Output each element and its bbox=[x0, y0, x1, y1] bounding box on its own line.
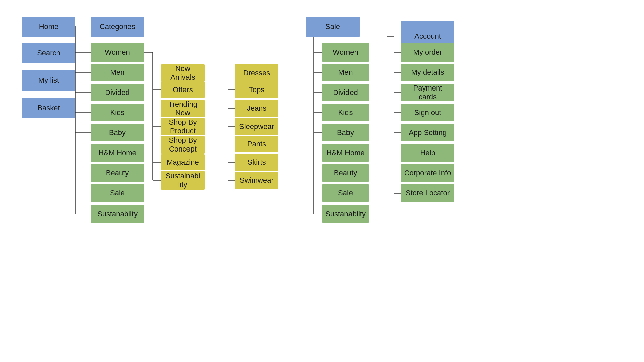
sub2-skirts[interactable]: Skirts bbox=[235, 154, 278, 171]
sub-shop-by-product[interactable]: Shop By Product bbox=[161, 118, 205, 135]
cat-sale[interactable]: Sale bbox=[91, 184, 144, 202]
cat-divided[interactable]: Divided bbox=[91, 84, 144, 101]
account-my-details[interactable]: My details bbox=[401, 64, 454, 81]
sale-beauty[interactable]: Beauty bbox=[322, 164, 369, 182]
cat-hm-home[interactable]: H&M Home bbox=[91, 144, 144, 162]
sub2-jeans[interactable]: Jeans bbox=[235, 100, 278, 117]
nav-basket[interactable]: Basket bbox=[22, 98, 75, 118]
sub2-sleepwear[interactable]: Sleepwear bbox=[235, 118, 278, 135]
sub-magazine[interactable]: Magazine bbox=[161, 154, 205, 170]
sub2-pants[interactable]: Pants bbox=[235, 136, 278, 152]
cat-sustanabilty[interactable]: Sustanabilty bbox=[91, 205, 144, 223]
account-my-order[interactable]: My order bbox=[401, 43, 454, 62]
cat-baby[interactable]: Baby bbox=[91, 124, 144, 141]
sub-sustainability[interactable]: Sustainabi lity bbox=[161, 171, 205, 190]
sale-men[interactable]: Men bbox=[322, 64, 369, 81]
sale-women[interactable]: Women bbox=[322, 43, 369, 62]
sale-title: Sale bbox=[306, 17, 360, 37]
account-help[interactable]: Help bbox=[401, 144, 454, 162]
nav-mylist[interactable]: My list bbox=[22, 70, 75, 90]
sale-baby[interactable]: Baby bbox=[322, 124, 369, 141]
cat-kids[interactable]: Kids bbox=[91, 104, 144, 121]
sub-offers[interactable]: Offers bbox=[161, 82, 205, 98]
account-sign-out[interactable]: Sign out bbox=[401, 104, 454, 121]
account-app-setting[interactable]: App Setting bbox=[401, 124, 454, 141]
nav-search[interactable]: Search bbox=[22, 43, 75, 63]
cat-men[interactable]: Men bbox=[91, 64, 144, 81]
sale-sustanabilty[interactable]: Sustanabilty bbox=[322, 205, 369, 223]
sub2-dresses[interactable]: Dresses bbox=[235, 64, 278, 82]
account-corporate-info[interactable]: Corporate Info bbox=[401, 164, 454, 182]
sale-divided[interactable]: Divided bbox=[322, 84, 369, 101]
account-store-locator[interactable]: Store Locator bbox=[401, 184, 454, 202]
account-payment-cards[interactable]: Payment cards bbox=[401, 84, 454, 101]
sub-shop-by-concept[interactable]: Shop By Concept bbox=[161, 136, 205, 154]
sub-trending-now[interactable]: Trending Now bbox=[161, 100, 205, 117]
categories-title: Categories bbox=[91, 17, 144, 37]
sale-kids[interactable]: Kids bbox=[322, 104, 369, 121]
sub2-tops[interactable]: Tops bbox=[235, 82, 278, 98]
sub2-swimwear[interactable]: Swimwear bbox=[235, 172, 278, 189]
nav-home[interactable]: Home bbox=[22, 17, 75, 37]
cat-beauty[interactable]: Beauty bbox=[91, 164, 144, 182]
sale-hm-home[interactable]: H&M Home bbox=[322, 144, 369, 162]
cat-women[interactable]: Women bbox=[91, 43, 144, 62]
sub-new-arrivals[interactable]: New Arrivals bbox=[161, 64, 205, 82]
sale-sale[interactable]: Sale bbox=[322, 184, 369, 202]
